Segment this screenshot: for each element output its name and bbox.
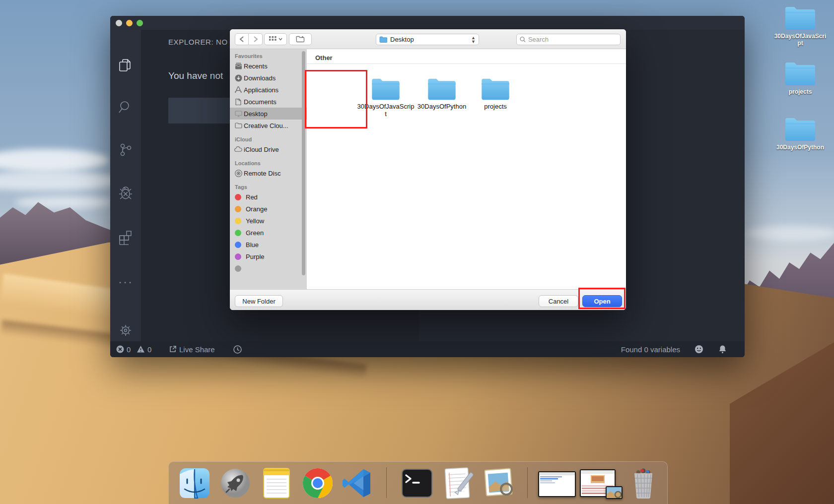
sidebar-tag-yellow[interactable]: Yellow <box>230 215 307 227</box>
tag-dot-orange <box>235 206 241 212</box>
minimized-preview-badge[interactable] <box>606 486 623 499</box>
chevron-down-icon <box>278 38 282 41</box>
new-folder-toolbar-button[interactable] <box>289 33 312 45</box>
downloads-icon <box>234 74 242 82</box>
location-dropdown[interactable]: Desktop ▲▼ <box>376 34 479 45</box>
desktop: 30DaysOfJavaScript projects 30DaysOfPyth… <box>0 0 834 504</box>
folder-icon <box>370 77 401 101</box>
source-control-icon[interactable] <box>118 142 134 158</box>
preview-icon <box>484 467 515 499</box>
cancel-button[interactable]: Cancel <box>539 295 578 307</box>
feedback-status[interactable] <box>695 341 703 357</box>
sidebar-item-recents[interactable]: Recents <box>230 60 307 72</box>
section-header-locations: Locations <box>235 160 307 166</box>
launchpad-dock-icon[interactable] <box>219 467 251 499</box>
tag-label: Orange <box>246 205 267 213</box>
sidebar-item-label: Documents <box>244 98 277 106</box>
notes-dock-icon[interactable] <box>261 467 293 499</box>
folder-icon <box>784 5 816 31</box>
desktop-icon-projects[interactable]: projects <box>773 61 828 95</box>
dialog-sidebar: Favourites Recents Downloads Application… <box>230 49 307 289</box>
settings-gear-icon[interactable] <box>118 322 134 338</box>
vscode-dock-icon[interactable] <box>342 467 373 499</box>
folder-plus-icon <box>296 36 305 43</box>
sidebar-item-documents[interactable]: Documents <box>230 96 307 108</box>
clock-icon <box>233 345 242 354</box>
extensions-icon[interactable] <box>118 229 134 245</box>
desktop-icon-label: projects <box>773 88 828 95</box>
new-folder-button[interactable]: New Folder <box>235 295 283 307</box>
close-window-button[interactable] <box>116 20 122 26</box>
tag-dot-green <box>235 230 241 236</box>
sidebar-tag-orange[interactable]: Orange <box>230 203 307 215</box>
sidebar-item-remote-disc[interactable]: Remote Disc <box>230 167 307 179</box>
cloud <box>745 226 834 241</box>
icon-view-grid-icon <box>269 36 277 43</box>
back-button[interactable] <box>235 33 249 45</box>
folder-icon <box>426 77 457 101</box>
folder-small-icon <box>379 36 387 43</box>
minimize-window-button[interactable] <box>126 20 133 26</box>
group-header: Other <box>315 54 333 62</box>
terminal-dock-icon[interactable] <box>401 467 433 499</box>
cloud <box>0 171 124 191</box>
minimized-window-thumbnail[interactable] <box>538 471 576 497</box>
preview-dock-icon[interactable] <box>484 467 515 499</box>
tag-label: Red <box>246 193 258 201</box>
dialog-bottom-bar: New Folder Cancel Open <box>230 289 626 310</box>
sidebar-item-icloud-drive[interactable]: iCloud Drive <box>230 143 307 155</box>
explorer-icon[interactable] <box>118 58 134 73</box>
sidebar-item-applications[interactable]: Applications <box>230 84 307 96</box>
disc-icon <box>234 169 242 177</box>
live-share-status[interactable]: Live Share <box>169 341 215 357</box>
dock-separator <box>527 467 528 498</box>
sidebar-item-label: Desktop <box>244 110 268 118</box>
textedit-dock-icon[interactable] <box>442 467 474 499</box>
chrome-dock-icon[interactable] <box>302 467 334 499</box>
explorer-empty-message: You have not <box>168 70 223 81</box>
errors-status[interactable]: 0 <box>116 341 131 357</box>
cloud <box>0 149 109 172</box>
sidebar-item-downloads[interactable]: Downloads <box>230 72 307 84</box>
forward-button[interactable] <box>249 33 263 45</box>
notifications-status[interactable] <box>718 341 727 357</box>
folder-icon <box>480 77 511 101</box>
search-icon[interactable] <box>118 99 134 115</box>
sidebar-item-label: Downloads <box>244 74 276 82</box>
sidebar-tag-green[interactable]: Green <box>230 227 307 239</box>
smiley-icon <box>695 345 703 354</box>
cloud-icon <box>234 145 242 153</box>
sidebar-tag-purple[interactable]: Purple <box>230 251 307 262</box>
sidebar-tag-red[interactable]: Red <box>230 191 307 203</box>
tag-label: Yellow <box>246 217 264 225</box>
clock-status[interactable] <box>233 341 242 357</box>
tag-label: Blue <box>246 241 259 249</box>
more-actions-icon[interactable]: ··· <box>118 275 134 291</box>
annotation-box-open-button <box>578 288 626 309</box>
trash-dock-icon[interactable] <box>627 467 659 499</box>
zoom-window-button[interactable] <box>137 20 143 26</box>
sidebar-item-label: Creative Clou... <box>244 122 288 129</box>
finder-dock-icon[interactable] <box>179 467 210 499</box>
errors-icon <box>116 345 124 353</box>
window-titlebar[interactable] <box>110 16 745 30</box>
folder-icon <box>784 116 816 142</box>
debug-icon[interactable] <box>118 186 134 201</box>
found-variables-label: Found 0 variables <box>621 345 680 354</box>
dialog-folder-30daysofpython[interactable]: 30DaysOfPython <box>413 77 471 110</box>
search-field[interactable] <box>516 34 621 45</box>
desktop-icon-30daysofjavascript[interactable]: 30DaysOfJavaScript <box>773 5 828 47</box>
sidebar-tag-partial[interactable] <box>230 262 307 274</box>
sidebar-tag-blue[interactable]: Blue <box>230 239 307 251</box>
dialog-folder-projects[interactable]: projects <box>467 77 524 110</box>
status-bar: 0 0 Live Share Found 0 variables <box>110 341 745 357</box>
view-mode-button[interactable] <box>264 33 287 45</box>
cloud <box>15 196 114 209</box>
search-input[interactable] <box>528 36 617 43</box>
sidebar-item-desktop[interactable]: Desktop <box>230 108 307 120</box>
terminal-icon <box>401 467 433 499</box>
sidebar-item-creative-cloud[interactable]: Creative Clou... <box>230 120 307 131</box>
dock-separator <box>386 467 387 498</box>
desktop-icon-30daysofpython[interactable]: 30DaysOfPython <box>773 116 828 151</box>
warnings-status[interactable]: 0 <box>137 341 151 357</box>
